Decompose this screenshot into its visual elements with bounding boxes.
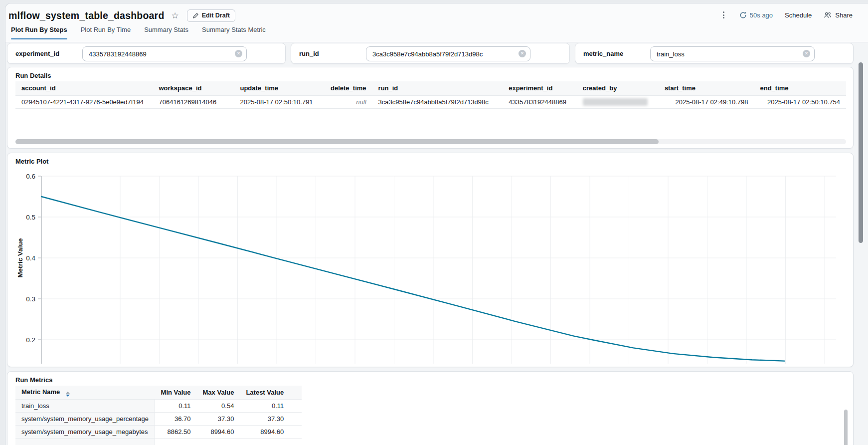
col-end-time: end_time xyxy=(754,81,846,95)
cell-account-id: 02945107-4221-4317-9276-5e0e9ed7f194 xyxy=(15,95,153,108)
col-max-value[interactable]: Max Value xyxy=(197,386,240,399)
col-update-time: update_time xyxy=(234,81,325,95)
favorite-star-icon[interactable]: ☆ xyxy=(172,11,179,20)
col-experiment-id: experiment_id xyxy=(503,81,577,95)
title-row: mlflow_system_table_dashboard ☆ Edit Dra… xyxy=(8,8,235,23)
svg-text:0.4: 0.4 xyxy=(26,254,35,262)
refresh-button[interactable]: 50s ago xyxy=(739,11,773,19)
cell-run-id: 3ca3c958e7c94abb8a5f79f2d713d98c xyxy=(372,95,503,108)
cell-metric-name: system/system_memory_usage_percentage xyxy=(15,412,155,425)
tab-plot-run-by-time[interactable]: Plot Run By Time xyxy=(81,26,131,39)
svg-text:0.6: 0.6 xyxy=(26,173,35,180)
cell-min: 8862.50 xyxy=(155,425,197,438)
cell-max: 0.54 xyxy=(197,399,240,412)
tab-summary-stats-metric[interactable]: Summary Stats Metric xyxy=(202,26,266,39)
sort-icon[interactable] xyxy=(66,392,70,397)
table-row: system/system_memory_usage_percentage 36… xyxy=(15,412,302,425)
run-metrics-header-row: Metric Name Min Value Max Value Latest V… xyxy=(15,386,302,399)
metric-plot-card: Metric Plot 0.60.50.40.30.2Metric Value xyxy=(7,153,854,367)
experiment-id-label: experiment_id xyxy=(15,50,59,57)
svg-text:0.3: 0.3 xyxy=(26,295,35,303)
run-details-row: 02945107-4221-4317-9276-5e0e9ed7f194 706… xyxy=(15,95,846,108)
clear-icon[interactable]: ✕ xyxy=(803,50,810,57)
metric-name-label: metric_name xyxy=(583,50,623,57)
overflow-menu-icon[interactable] xyxy=(720,9,727,21)
cell-start-time: 2025-08-17 02:49:10.798 xyxy=(659,95,754,108)
col-metric-name[interactable]: Metric Name xyxy=(15,386,155,399)
clear-icon[interactable]: ✕ xyxy=(519,50,526,57)
run-details-header-row: account_id workspace_id update_time dele… xyxy=(15,81,846,95)
run-metrics-table: Metric Name Min Value Max Value Latest V… xyxy=(15,386,846,445)
horizontal-scrollbar-thumb[interactable] xyxy=(15,139,659,144)
tab-plot-run-by-steps[interactable]: Plot Run By Steps xyxy=(11,26,67,39)
run-details-card: Run Details account_id workspace_id upda… xyxy=(7,67,854,149)
horizontal-scrollbar-track[interactable] xyxy=(15,139,846,144)
cell-end-time: 2025-08-17 02:50:10.754 xyxy=(754,95,846,108)
clear-icon[interactable]: ✕ xyxy=(235,50,242,57)
cell-max: 8994.60 xyxy=(197,425,240,438)
run-metrics-title: Run Metrics xyxy=(15,376,52,384)
pencil-icon xyxy=(192,12,199,19)
experiment-id-input[interactable] xyxy=(82,46,247,61)
cell-latest: 37.30 xyxy=(240,412,290,425)
cell-max: 37.30 xyxy=(197,412,240,425)
svg-text:0.2: 0.2 xyxy=(26,336,35,344)
col-workspace-id: workspace_id xyxy=(153,81,234,95)
svg-text:Metric Value: Metric Value xyxy=(16,238,24,277)
table-row-partial xyxy=(15,438,302,445)
col-created-by: created_by xyxy=(577,81,659,95)
cell-workspace-id: 7064161269814046 xyxy=(153,95,234,108)
train-loss-line-chart: 0.60.50.40.30.2Metric Value xyxy=(7,170,847,366)
tab-summary-stats[interactable]: Summary Stats xyxy=(144,26,188,39)
metric-name-input[interactable] xyxy=(650,46,815,61)
cell-update-time: 2025-08-17 02:50:10.791 xyxy=(234,95,325,108)
cell-experiment-id: 4335783192448869 xyxy=(503,95,577,108)
cell-min: 0.11 xyxy=(155,399,197,412)
run-details-table[interactable]: account_id workspace_id update_time dele… xyxy=(15,81,846,122)
col-min-value[interactable]: Min Value xyxy=(155,386,197,399)
page-scrollbar-thumb[interactable] xyxy=(859,62,863,243)
run-id-input[interactable] xyxy=(366,46,530,61)
cell-latest: 0.11 xyxy=(240,399,290,412)
run-id-label: run_id xyxy=(299,50,319,57)
last-refresh-label: 50s ago xyxy=(750,11,773,19)
filter-card-metric-name: metric_name ✕ xyxy=(575,43,854,64)
run-details-title: Run Details xyxy=(15,72,51,79)
header-actions: 50s ago Schedule Share xyxy=(720,8,853,22)
col-delete-time: delete_time xyxy=(325,81,372,95)
cell-created-by xyxy=(577,95,659,108)
cell-latest: 8994.60 xyxy=(240,425,290,438)
schedule-button[interactable]: Schedule xyxy=(785,11,812,19)
edit-draft-label: Edit Draft xyxy=(202,12,230,19)
edit-draft-button[interactable]: Edit Draft xyxy=(187,9,235,22)
cell-delete-time: null xyxy=(325,95,372,108)
metric-plot-title: Metric Plot xyxy=(15,158,48,165)
col-start-time: start_time xyxy=(659,81,754,95)
redacted-value xyxy=(583,98,648,106)
filter-card-run-id: run_id ✕ xyxy=(291,43,570,64)
run-metrics-card: Run Metrics Metric Name Min Value Max Va… xyxy=(7,371,854,445)
share-button[interactable]: Share xyxy=(824,11,853,19)
table-row: train_loss 0.11 0.54 0.11 xyxy=(15,399,302,412)
col-account-id: account_id xyxy=(15,81,153,95)
cell-min: 36.70 xyxy=(155,412,197,425)
col-latest-value[interactable]: Latest Value xyxy=(240,386,290,399)
cell-metric-name: train_loss xyxy=(15,399,155,412)
svg-text:0.5: 0.5 xyxy=(26,214,35,221)
tab-bar: Plot Run By Steps Plot Run By Time Summa… xyxy=(11,26,266,39)
table-row: system/system_memory_usage_megabytes 886… xyxy=(15,425,302,438)
page-title: mlflow_system_table_dashboard xyxy=(8,10,165,21)
run-metrics-scrollbar-thumb[interactable] xyxy=(844,410,848,445)
filter-card-experiment-id: experiment_id ✕ xyxy=(7,43,286,64)
col-spacer xyxy=(290,386,302,399)
people-icon xyxy=(824,11,832,19)
cell-metric-name: system/system_memory_usage_megabytes xyxy=(15,425,155,438)
refresh-icon xyxy=(739,11,747,19)
share-label: Share xyxy=(835,11,853,19)
col-run-id: run_id xyxy=(372,81,503,95)
